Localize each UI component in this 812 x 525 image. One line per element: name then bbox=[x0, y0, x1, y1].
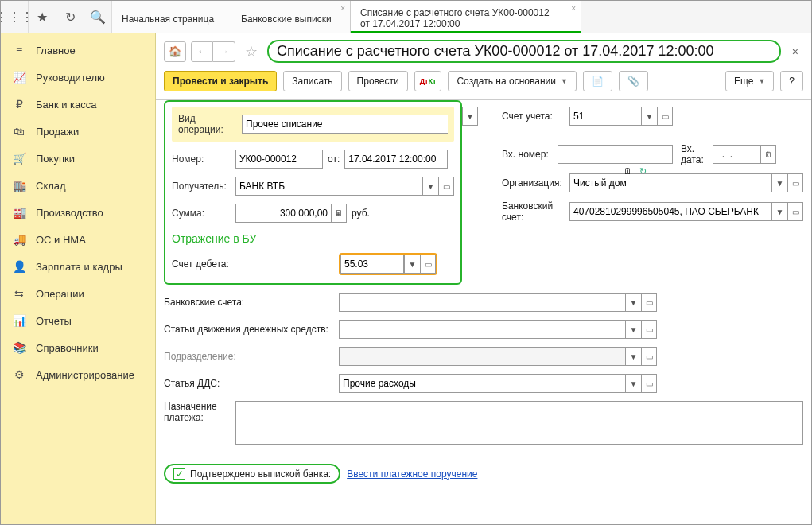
in-number-input[interactable] bbox=[558, 145, 673, 164]
dropdown-icon[interactable]: ▼ bbox=[422, 177, 438, 196]
purpose-textarea[interactable] bbox=[235, 401, 803, 445]
debit-account-label: Счет дебета: bbox=[172, 259, 339, 270]
in-date-input[interactable] bbox=[713, 145, 760, 164]
post-button[interactable]: Провести bbox=[348, 71, 408, 91]
sidebar-item-6[interactable]: 🏭Производство bbox=[1, 199, 155, 226]
dropdown-icon[interactable]: ▼ bbox=[625, 293, 641, 312]
open-icon[interactable]: ▭ bbox=[420, 255, 436, 274]
sidebar-item-10[interactable]: 📊Отчеты bbox=[1, 307, 155, 334]
dropdown-icon[interactable]: ▼ bbox=[404, 255, 420, 274]
sidebar-icon: 🛍 bbox=[12, 125, 26, 138]
post-and-close-button[interactable]: Провести и закрыть bbox=[164, 71, 277, 91]
in-number-label: Вх. номер: bbox=[502, 149, 558, 160]
sidebar-item-7[interactable]: 🚚ОС и НМА bbox=[1, 226, 155, 253]
tab-document[interactable]: Списание с расчетного счета УК00-000012 … bbox=[351, 1, 581, 33]
close-button[interactable]: × bbox=[787, 45, 803, 58]
sidebar-icon: 📊 bbox=[12, 314, 26, 327]
calendar-icon[interactable]: 🗓 bbox=[624, 166, 632, 176]
open-icon[interactable]: ▭ bbox=[787, 202, 803, 221]
sidebar-item-0[interactable]: ≡Главное bbox=[1, 37, 155, 64]
history-icon[interactable]: ↻ bbox=[56, 1, 84, 33]
open-icon[interactable]: ▭ bbox=[657, 107, 673, 126]
sidebar-item-9[interactable]: ⇆Операции bbox=[1, 280, 155, 307]
nav-forward-button: → bbox=[213, 41, 235, 62]
dropdown-icon[interactable]: ▼ bbox=[625, 320, 641, 339]
home-button[interactable]: 🏠 bbox=[164, 41, 186, 62]
sidebar-item-4[interactable]: 🛒Покупки bbox=[1, 145, 155, 172]
open-icon[interactable]: ▭ bbox=[641, 320, 657, 339]
open-icon[interactable]: ▭ bbox=[438, 177, 454, 196]
payee-input[interactable] bbox=[235, 177, 422, 196]
bank-accounts-label: Банковские счета: bbox=[164, 297, 339, 308]
enter-payment-order-link[interactable]: Ввести платежное поручение bbox=[347, 469, 477, 480]
save-button[interactable]: Записать bbox=[283, 71, 341, 91]
number-label: Номер: bbox=[172, 154, 235, 165]
attach-button[interactable]: 📎 bbox=[619, 71, 648, 91]
in-date-label: Вх. дата: bbox=[681, 143, 713, 165]
dt-kt-button[interactable]: ДтКт bbox=[414, 71, 442, 91]
sidebar-item-label: Банк и касса bbox=[36, 99, 97, 111]
op-type-input[interactable] bbox=[242, 115, 448, 134]
op-type-dropdown-icon[interactable]: ▼ bbox=[462, 107, 478, 126]
sidebar-item-12[interactable]: ⚙Администрирование bbox=[1, 361, 155, 388]
sidebar-item-label: Операции bbox=[36, 288, 84, 300]
create-based-on-button[interactable]: Создать на основании▼ bbox=[448, 71, 576, 91]
sidebar-item-11[interactable]: 📚Справочники bbox=[1, 334, 155, 361]
account-reg-input[interactable] bbox=[569, 107, 641, 126]
highlighted-debit-field: ▼ ▭ bbox=[339, 253, 437, 275]
sidebar-icon: 📈 bbox=[12, 71, 26, 84]
dropdown-icon[interactable]: ▼ bbox=[771, 173, 787, 192]
confirmed-label: Подтверждено выпиской банка: bbox=[190, 469, 331, 480]
sidebar: ≡Главное📈Руководителю₽Банк и касса🛍Прода… bbox=[1, 33, 156, 525]
org-input[interactable] bbox=[569, 173, 771, 192]
dds-input[interactable] bbox=[339, 374, 625, 393]
tab-close-icon[interactable]: × bbox=[571, 4, 576, 13]
more-button[interactable]: Еще▼ bbox=[725, 71, 774, 91]
calendar-icon[interactable]: 🗓 bbox=[760, 145, 776, 164]
favorite-star-icon[interactable]: ☆ bbox=[240, 41, 262, 62]
print-button[interactable]: 📄 bbox=[583, 71, 612, 91]
confirmed-checkbox[interactable]: ✓ bbox=[173, 468, 185, 480]
dropdown-icon[interactable]: ▼ bbox=[771, 202, 787, 221]
date-input[interactable] bbox=[344, 150, 448, 169]
sidebar-item-label: Продажи bbox=[36, 126, 79, 138]
tab-label-line2: от 17.04.2017 12:00:00 bbox=[360, 18, 571, 29]
org-label: Организация: bbox=[502, 177, 569, 189]
sidebar-item-1[interactable]: 📈Руководителю bbox=[1, 64, 155, 91]
open-icon[interactable]: ▭ bbox=[641, 293, 657, 312]
sidebar-icon: 👤 bbox=[12, 260, 26, 273]
section-bu-title: Отражение в БУ bbox=[172, 232, 454, 245]
cashflow-input[interactable] bbox=[339, 320, 625, 339]
sidebar-item-2[interactable]: ₽Банк и касса bbox=[1, 91, 155, 118]
help-button[interactable]: ? bbox=[780, 71, 803, 91]
dropdown-icon[interactable]: ▼ bbox=[641, 107, 657, 126]
tab-home[interactable]: Начальная страница bbox=[112, 1, 231, 33]
debit-account-input[interactable] bbox=[340, 255, 404, 274]
open-icon[interactable]: ▭ bbox=[641, 374, 657, 393]
tab-bar: Начальная страница Банковские выписки × … bbox=[112, 1, 811, 33]
tab-label: Начальная страница bbox=[122, 14, 221, 25]
sidebar-item-label: ОС и НМА bbox=[36, 234, 86, 246]
tab-close-icon[interactable]: × bbox=[340, 4, 345, 13]
sidebar-item-3[interactable]: 🛍Продажи bbox=[1, 118, 155, 145]
number-input[interactable] bbox=[235, 150, 323, 169]
top-toolbar: ⋮⋮⋮ ★ ↻ 🔍 Начальная страница Банковские … bbox=[1, 1, 811, 33]
refresh-icon[interactable]: ↻ bbox=[639, 166, 647, 177]
sidebar-item-label: Отчеты bbox=[36, 315, 72, 327]
apps-icon[interactable]: ⋮⋮⋮ bbox=[1, 1, 29, 33]
nav-back-button[interactable]: ← bbox=[191, 41, 213, 62]
dropdown-icon: ▼ bbox=[625, 347, 641, 366]
open-icon[interactable]: ▭ bbox=[787, 173, 803, 192]
sidebar-item-8[interactable]: 👤Зарплата и кадры bbox=[1, 253, 155, 280]
confirmed-highlight: ✓ Подтверждено выпиской банка: bbox=[164, 464, 340, 484]
sidebar-item-5[interactable]: 🏬Склад bbox=[1, 172, 155, 199]
star-icon[interactable]: ★ bbox=[29, 1, 56, 33]
search-icon[interactable]: 🔍 bbox=[84, 1, 112, 33]
sum-input[interactable] bbox=[235, 204, 331, 223]
tab-bank-statements[interactable]: Банковские выписки × bbox=[231, 1, 351, 33]
bank-acc-input[interactable] bbox=[569, 202, 771, 221]
calc-icon[interactable]: 🖩 bbox=[331, 204, 347, 223]
bank-accounts-input[interactable] bbox=[339, 293, 625, 312]
dds-label: Статья ДДС: bbox=[164, 378, 339, 389]
dropdown-icon[interactable]: ▼ bbox=[625, 374, 641, 393]
